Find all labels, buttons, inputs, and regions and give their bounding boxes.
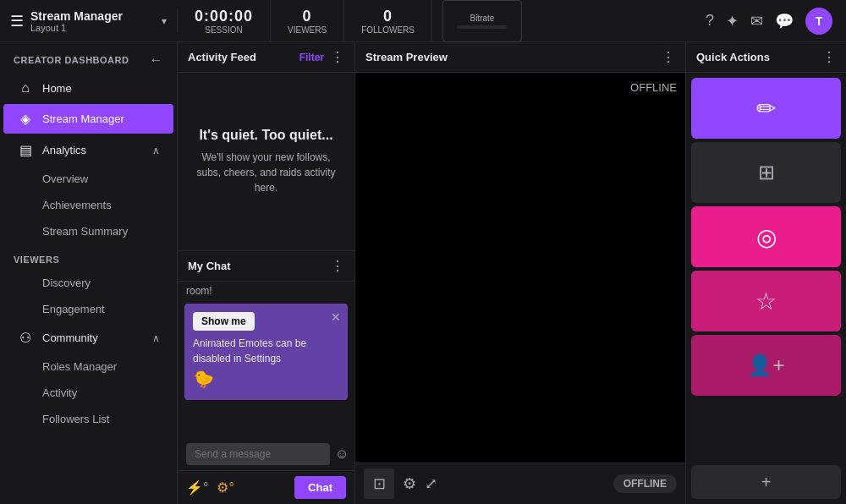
sidebar-section-label: CREATOR DASHBOARD [14, 55, 129, 65]
sidebar-analytics-label: Analytics [42, 144, 144, 156]
notification-emoji: 🐤 [193, 366, 339, 392]
sidebar-sub-overview[interactable]: Overview [3, 167, 173, 191]
stream-preview-video: OFFLINE [355, 73, 685, 463]
sidebar-sub-roles-manager[interactable]: Roles Manager [3, 354, 173, 379]
activity-empty-state: It's quiet. Too quiet... We'll show your… [178, 73, 354, 250]
sidebar-back-icon[interactable]: ← [150, 52, 164, 68]
activity-feed-header: Activity Feed Filter ⋮ [178, 42, 354, 73]
topbar: ☰ Stream Manager Layout 1 ▾ 0:00:00 Sess… [0, 0, 846, 42]
chat-section: My Chat ⋮ room! Show me ✕ Animated Emote… [178, 250, 354, 504]
notification-close-icon[interactable]: ✕ [331, 309, 341, 326]
bitrate-label: Bitrate [470, 14, 495, 23]
sidebar-sub-engagement[interactable]: Engagement [3, 297, 173, 321]
chat-input-row: ☺ [178, 438, 354, 470]
activity-filter-button[interactable]: Filter [299, 52, 324, 63]
scenes-icon: ⊞ [758, 161, 775, 184]
sidebar-item-stream-manager[interactable]: ◈ Stream Manager [3, 104, 173, 134]
sidebar-home-label: Home [42, 82, 160, 95]
activity-empty-title: It's quiet. Too quiet... [199, 128, 332, 143]
home-icon: ⌂ [17, 80, 34, 96]
quick-actions-panel: Quick Actions ⋮ ✏ ⊞ ◎ ☆ 👤+ [685, 42, 846, 504]
layout-chevron-icon[interactable]: ▾ [162, 15, 167, 27]
offline-text: OFFLINE [630, 81, 677, 94]
avatar[interactable]: T [805, 8, 832, 35]
star-icon: ☆ [755, 288, 777, 315]
edit-icon: ✏ [756, 95, 776, 123]
quick-action-star-button[interactable]: ☆ [691, 271, 841, 331]
session-value: 0:00:00 [195, 8, 253, 25]
left-panel: Activity Feed Filter ⋮ It's quiet. Too q… [178, 42, 355, 504]
session-stat: 0:00:00 Session [178, 0, 271, 42]
sidebar-item-analytics[interactable]: ▤ Analytics ∧ [3, 135, 173, 165]
chat-room-text: room! [178, 282, 354, 300]
viewers-section-label: VIEWERS [0, 244, 177, 270]
topbar-stats: 0:00:00 Session 0 Viewers 0 Followers Bi… [178, 0, 692, 49]
chat-title: My Chat [188, 260, 331, 272]
camera-icon[interactable]: ⊡ [364, 468, 394, 499]
community-icon: ⚇ [17, 330, 34, 346]
app-title-wrap: Stream Manager Layout 1 [30, 9, 155, 33]
chat-notification: Show me ✕ Animated Emotes can be disable… [184, 304, 348, 400]
sidebar-community-label: Community [42, 331, 144, 344]
bitrate-bar [457, 25, 508, 29]
quick-action-add-user-button[interactable]: 👤+ [691, 335, 841, 396]
quick-action-edit-button[interactable]: ✏ [691, 78, 841, 139]
fullscreen-icon[interactable]: ⤢ [425, 474, 437, 493]
viewers-label: Viewers [288, 25, 327, 35]
chat-bottom-bar: ⚡° ⚙° Chat [178, 470, 354, 504]
preview-toolbar: ⊡ ⚙ ⤢ OFFLINE [355, 463, 685, 504]
quick-action-add-button[interactable]: + [691, 465, 841, 499]
quick-action-overlay-button[interactable]: ◎ [691, 206, 841, 267]
sidebar-sub-activity[interactable]: Activity [3, 381, 173, 405]
sidebar: CREATOR DASHBOARD ← ⌂ Home ◈ Stream Mana… [0, 42, 178, 504]
analytics-chevron-icon: ∧ [152, 145, 160, 156]
mail-icon[interactable]: ✉ [750, 12, 763, 30]
stream-preview-header: Stream Preview ⋮ [355, 42, 685, 73]
chat-bubble-icon[interactable]: 💬 [775, 12, 794, 30]
bitrate-stat: Bitrate [442, 0, 522, 42]
chat-menu-icon[interactable]: ⋮ [331, 258, 344, 274]
help-icon[interactable]: ? [706, 12, 714, 30]
activity-feed-title: Activity Feed [188, 51, 293, 63]
session-label: Session [205, 25, 242, 35]
quick-action-buttons: ✏ ⊞ ◎ ☆ 👤+ [686, 73, 846, 465]
quick-actions-title: Quick Actions [696, 51, 822, 63]
chat-button[interactable]: Chat [294, 476, 346, 499]
sparkle-icon[interactable]: ✦ [726, 12, 739, 30]
sidebar-item-home[interactable]: ⌂ Home [3, 74, 173, 102]
sidebar-sub-stream-summary[interactable]: Stream Summary [3, 219, 173, 244]
stream-preview-title: Stream Preview [365, 51, 662, 63]
activity-feed-menu-icon[interactable]: ⋮ [331, 49, 344, 65]
quick-action-scenes-button[interactable]: ⊞ [691, 142, 841, 203]
sidebar-stream-manager-label: Stream Manager [42, 112, 160, 125]
show-me-button[interactable]: Show me [193, 312, 255, 331]
viewers-stat: 0 Viewers [271, 0, 344, 42]
sidebar-sub-achievements[interactable]: Achievements [3, 193, 173, 217]
notification-text: Animated Emotes can be disabled in Setti… [193, 336, 339, 366]
analytics-icon: ▤ [17, 142, 34, 158]
viewers-value: 0 [303, 8, 312, 25]
sidebar-section-header: CREATOR DASHBOARD ← [0, 42, 177, 73]
sidebar-item-community[interactable]: ⚇ Community ∧ [3, 323, 173, 353]
offline-pill: OFFLINE [613, 474, 677, 493]
chat-settings-icon[interactable]: ⚙° [217, 479, 233, 496]
sidebar-sub-discovery[interactable]: Discovery [3, 271, 173, 295]
chat-header: My Chat ⋮ [178, 251, 354, 282]
chat-bot-icon[interactable]: ⚡° [186, 479, 208, 496]
topbar-app-section: ☰ Stream Manager Layout 1 ▾ [0, 9, 178, 33]
hamburger-icon[interactable]: ☰ [10, 12, 24, 30]
community-chevron-icon: ∧ [152, 332, 160, 344]
sidebar-sub-followers-list[interactable]: Followers List [3, 407, 173, 431]
chat-message-input[interactable] [186, 443, 330, 465]
main-layout: CREATOR DASHBOARD ← ⌂ Home ◈ Stream Mana… [0, 42, 846, 504]
settings-icon[interactable]: ⚙ [403, 474, 416, 493]
followers-value: 0 [383, 8, 393, 25]
overlay-icon: ◎ [756, 223, 777, 251]
stream-preview-panel: Stream Preview ⋮ OFFLINE ⊡ ⚙ ⤢ OFFLINE [355, 42, 685, 504]
topbar-icon-row: ? ✦ ✉ 💬 T [692, 8, 846, 35]
content-area: Activity Feed Filter ⋮ It's quiet. Too q… [178, 42, 846, 504]
quick-actions-menu-icon[interactable]: ⋮ [822, 49, 836, 65]
emoji-picker-icon[interactable]: ☺ [335, 446, 349, 462]
stream-preview-menu-icon[interactable]: ⋮ [662, 49, 675, 65]
layout-label: Layout 1 [30, 23, 155, 33]
